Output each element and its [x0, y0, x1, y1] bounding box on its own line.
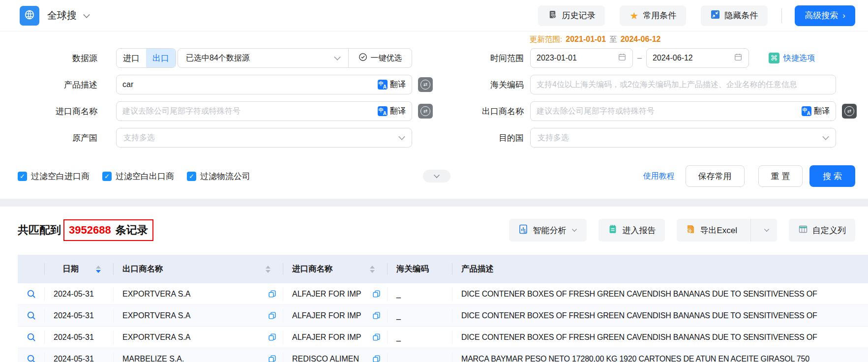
- tutorial-link[interactable]: 使用教程: [643, 171, 675, 181]
- product-desc-label: 产品描述: [18, 79, 97, 90]
- sort-control[interactable]: [96, 266, 101, 273]
- enter-report-button[interactable]: 进入报告: [599, 219, 665, 241]
- row-detail-search-icon[interactable]: [27, 311, 36, 321]
- exchange-icon[interactable]: ⇄: [842, 104, 857, 119]
- row-detail-search-icon[interactable]: [27, 354, 36, 362]
- advanced-search-label: 高级搜索: [805, 10, 838, 21]
- importer-input[interactable]: [122, 107, 378, 116]
- count-highlight-box: 3952688 条记录: [63, 219, 153, 241]
- copy-icon[interactable]: [372, 290, 381, 298]
- results-header: 共匹配到 3952688 条记录 BI 智能分析: [18, 218, 868, 242]
- checkbox-checked-icon: ✓: [187, 172, 196, 181]
- start-date-input[interactable]: [530, 48, 633, 68]
- export-excel-main[interactable]: 导出Excel: [677, 219, 746, 241]
- table-row: 2024-05-31 EXPORTVERA S.A ALFAJER FOR IM…: [18, 305, 868, 327]
- translate-button[interactable]: 中A 翻译: [378, 106, 406, 117]
- translate-icon: 中A: [378, 106, 388, 116]
- form-bottom-row: ✓ 过滤空白进口商 ✓ 过滤空白出口商 ✓ 过滤物流公司 使用教程 保存常用 重…: [18, 165, 855, 187]
- chevron-down-icon: [764, 227, 769, 232]
- exporter-inputbox: 中A 翻译: [530, 101, 836, 121]
- tab-import[interactable]: 进口: [117, 49, 146, 67]
- copy-icon[interactable]: [268, 333, 276, 341]
- end-date-input[interactable]: [646, 48, 749, 68]
- checkbox-filter-blank-exporter[interactable]: ✓ 过滤空白出口商: [102, 171, 174, 182]
- section-divider: [0, 199, 868, 207]
- checkbox-checked-icon: ✓: [18, 172, 27, 181]
- cell-product: DICE CONTENER BOXES OF FRESH GREEN CAVEN…: [452, 283, 868, 304]
- product-desc-input[interactable]: [122, 80, 378, 89]
- exchange-icon[interactable]: ⇄: [418, 77, 433, 92]
- row-detail-search-icon[interactable]: [27, 332, 36, 342]
- copy-icon[interactable]: [372, 311, 381, 320]
- copy-icon[interactable]: [372, 355, 381, 362]
- checkbox-label: 过滤空白进口商: [31, 171, 90, 182]
- header-date[interactable]: 日期: [45, 255, 114, 283]
- start-date-field[interactable]: [537, 54, 618, 62]
- history-button[interactable]: 历史记录: [538, 5, 605, 26]
- translate-button[interactable]: 中A 翻译: [378, 80, 406, 90]
- export-icon: [686, 224, 695, 237]
- sort-control[interactable]: [370, 266, 375, 273]
- cell-date: 2024-05-31: [45, 327, 114, 348]
- exchange-icon[interactable]: ⇄: [418, 104, 433, 119]
- command-icon: ⌘: [769, 53, 779, 63]
- trade-search-page: 全球搜 历史记录 ★ 常用条件 隐藏条件 高级搜索 ›: [0, 0, 868, 362]
- cell-hscode: _: [388, 327, 452, 348]
- save-favorite-button[interactable]: 保存常用: [686, 165, 745, 187]
- reset-button[interactable]: 重 置: [758, 165, 803, 187]
- hide-conditions-button[interactable]: 隐藏条件: [701, 5, 768, 26]
- copy-icon[interactable]: [268, 355, 276, 362]
- update-range-end: 2024-06-12: [621, 35, 661, 44]
- checkbox-filter-logistics[interactable]: ✓ 过滤物流公司: [187, 171, 250, 182]
- update-range-label: 更新范围:: [530, 34, 562, 45]
- collapse-form-button[interactable]: [423, 170, 450, 182]
- advanced-search-button[interactable]: 高级搜索 ›: [795, 5, 855, 26]
- quick-options-button[interactable]: ⌘ 快捷选项: [769, 53, 815, 63]
- destination-country-select[interactable]: 支持多选: [530, 128, 836, 148]
- end-date-field[interactable]: [653, 54, 734, 62]
- calendar-icon: [618, 53, 627, 63]
- hscode-input[interactable]: [537, 80, 830, 89]
- origin-country-label: 原产国: [18, 132, 97, 144]
- datasource-label: 数据源: [18, 53, 97, 64]
- copy-icon[interactable]: [268, 290, 276, 298]
- search-button[interactable]: 搜 索: [809, 165, 855, 187]
- arrow-right-icon: ›: [842, 11, 845, 21]
- header-exporter[interactable]: 出口商名称: [114, 255, 283, 283]
- header-product: 产品描述: [452, 255, 868, 283]
- datasource-select[interactable]: 已选中84个数据源: [178, 53, 348, 63]
- exporter-input[interactable]: [537, 107, 802, 116]
- row-detail-search-icon[interactable]: [27, 289, 36, 299]
- cell-importer: ALFAJER FOR IMP: [283, 327, 388, 348]
- header-hscode: 海关编码: [388, 255, 452, 283]
- copy-icon[interactable]: [268, 311, 276, 320]
- chevron-down-icon: [398, 133, 405, 140]
- translate-label: 翻译: [814, 106, 830, 117]
- table-row: 2024-05-31 MARBELIZE S.A. REDISCO ALIMEN…: [18, 348, 868, 362]
- sort-control[interactable]: [266, 266, 270, 273]
- optimize-button[interactable]: 一键优选: [349, 53, 412, 63]
- translate-button[interactable]: 中A 翻译: [802, 106, 830, 117]
- update-range: 更新范围: 2021-01-01 至 2024-06-12: [530, 34, 661, 45]
- cell-product: DICE CONTENER BOXES OF FRESH GREEN CAVEN…: [452, 305, 868, 326]
- filter-checkboxes: ✓ 过滤空白进口商 ✓ 过滤空白出口商 ✓ 过滤物流公司: [18, 171, 250, 182]
- checkbox-label: 过滤物流公司: [200, 171, 250, 182]
- cell-importer: ALFAJER FOR IMP: [283, 305, 388, 326]
- direction-segmented: 进口 出口: [116, 48, 176, 68]
- copy-icon[interactable]: [372, 333, 381, 341]
- favorites-label: 常用条件: [643, 10, 676, 21]
- star-icon: ★: [629, 11, 638, 21]
- header-importer[interactable]: 进口商名称: [283, 255, 388, 283]
- export-dropdown-button[interactable]: [755, 219, 777, 241]
- smart-analysis-button[interactable]: BI 智能分析: [509, 219, 587, 241]
- table-row: 2024-05-31 EXPORTVERA S.A ALFAJER FOR IM…: [18, 327, 868, 348]
- cell-product: DICE CONTENER BOXES OF FRESH GREEN CAVEN…: [452, 327, 868, 348]
- app-logo: [20, 6, 39, 26]
- tab-export[interactable]: 出口: [146, 49, 176, 67]
- favorites-button[interactable]: ★ 常用条件: [620, 5, 686, 26]
- custom-columns-button[interactable]: 自定义列: [789, 219, 855, 241]
- origin-country-select[interactable]: 支持多选: [116, 128, 412, 148]
- chevron-down-icon[interactable]: [83, 11, 90, 18]
- checkbox-filter-blank-importer[interactable]: ✓ 过滤空白进口商: [18, 171, 90, 182]
- translate-label: 翻译: [390, 80, 406, 90]
